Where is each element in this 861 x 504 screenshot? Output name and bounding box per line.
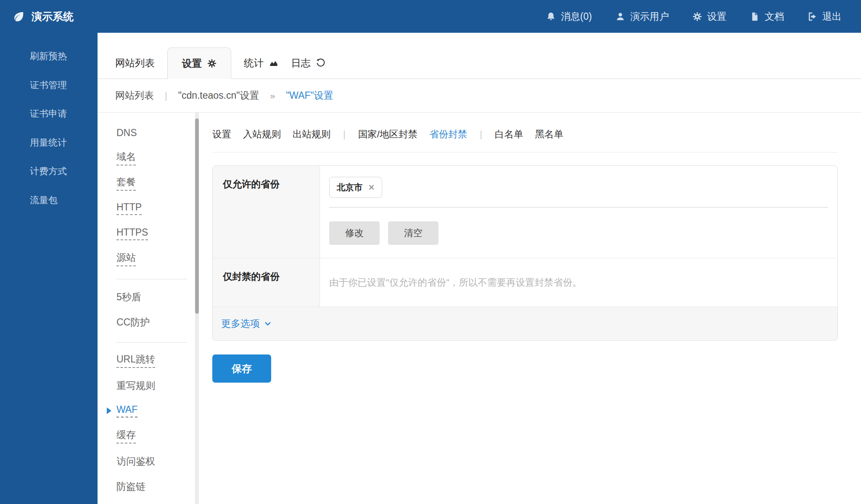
site-settings-subnav: DNS域名套餐HTTPHTTPS源站5秒盾CC防护URL跳转重写规则WAF缓存访… [98,113,195,504]
subtab-outbound-rules[interactable]: 出站规则 [293,128,330,141]
brand-label: 演示系统 [32,10,74,24]
tab-label: 日志 [291,56,311,70]
banned-provinces-placeholder: 由于你已设置"仅允许的省份"，所以不需要再设置封禁省份。 [329,276,582,289]
waf-panel: 设置入站规则出站规则|国家/地区封禁省份封禁|白名单黑名单 仅允许的省份 北京市… [199,113,861,504]
tag-close-icon[interactable]: × [369,182,375,192]
subnav-item-label: DNS [116,127,137,139]
breadcrumb-site-settings[interactable]: "cdn.teaos.cn"设置 [178,89,259,102]
subtab-separator: | [342,129,346,140]
gear-icon [207,59,217,68]
subnav-item-dns[interactable]: DNS [116,120,195,145]
allowed-provinces-label: 仅允许的省份 [213,166,320,258]
topbar-menu: 消息(0)演示用户设置文档退出 [546,10,842,23]
subnav-item-label: 源站 [116,251,136,266]
sidebar-item-label: 计费方式 [30,165,67,178]
chart-area-icon [269,58,278,68]
subnav-item-cc-protect[interactable]: CC防护 [116,310,195,335]
subnav-scrollbar[interactable] [195,113,199,504]
subnav-item-label: 访问鉴权 [116,455,155,468]
breadcrumb-site-list[interactable]: 网站列表 [115,89,154,102]
tab-stats[interactable]: 统计 [244,47,278,79]
topbar-item-label: 演示用户 [630,10,669,23]
topbar-item-messages[interactable]: 消息(0) [546,10,592,23]
subnav-item-url-redirect[interactable]: URL跳转 [116,348,195,373]
sidebar-item-label: 流量包 [30,194,58,207]
sidebar: 概览CDN加速刷新预热证书管理证书申请用量统计计费方式流量包负载均衡WAF安全D… [0,33,98,504]
sidebar-item-cert-manage[interactable]: 证书管理 [0,71,98,100]
subnav-item-plan[interactable]: 套餐 [116,171,195,196]
gear-icon [692,12,702,21]
tab-label: 网站列表 [115,56,155,70]
subtab-country-block[interactable]: 国家/地区封禁 [358,128,417,141]
banned-provinces-cell: 由于你已设置"仅允许的省份"，所以不需要再设置封禁省份。 [320,258,837,307]
topbar-item-label: 设置 [707,10,726,23]
modify-button[interactable]: 修改 [329,221,380,245]
province-tags: 北京市× [329,177,828,198]
subnav-item-cache[interactable]: 缓存 [116,423,195,449]
signout-icon [808,12,817,21]
sidebar-item-usage-stats[interactable]: 用量统计 [0,129,98,158]
scrollbar-thumb[interactable] [195,118,199,314]
subnav-item-label: 防盗链 [116,480,145,493]
more-options-link[interactable]: 更多选项 [221,317,272,330]
subnav-item-origin[interactable]: 源站 [116,246,195,271]
more-options-label: 更多选项 [221,317,260,330]
subtab-settings[interactable]: 设置 [212,128,231,141]
content-row: DNS域名套餐HTTPHTTPS源站5秒盾CC防护URL跳转重写规则WAF缓存访… [98,113,861,504]
subtab-separator: | [479,129,483,140]
subtab-inbound-rules[interactable]: 入站规则 [243,128,281,141]
sidebar-item-traffic-package[interactable]: 流量包 [0,186,98,215]
banned-provinces-label: 仅封禁的省份 [213,258,320,307]
breadcrumb-arrow: » [270,91,275,101]
save-button[interactable]: 保存 [212,354,271,383]
province-input-underline[interactable] [329,207,828,207]
province-tag[interactable]: 北京市× [329,177,382,198]
subnav-item-anti-leech[interactable]: 防盗链 [116,474,195,499]
subnav-item-domain[interactable]: 域名 [116,145,195,171]
brand[interactable]: 演示系统 [13,10,74,24]
more-options-row: 更多选项 [213,307,837,340]
subnav-item-label: 域名 [116,150,136,165]
subtab-province-block[interactable]: 省份封禁 [429,128,467,141]
province-tag-label: 北京市 [337,181,363,193]
subnav-divider [116,279,187,279]
subnav-item-waf[interactable]: WAF [116,398,195,423]
subnav-item-https[interactable]: HTTPS [116,221,195,246]
tab-label: 统计 [244,56,264,70]
history-icon [316,58,325,68]
tab-settings[interactable]: 设置 [167,47,231,79]
subtab-whitelist[interactable]: 白名单 [495,128,523,141]
clear-button[interactable]: 清空 [388,221,438,245]
subnav-item-access-auth[interactable]: 访问鉴权 [116,449,195,474]
subnav-item-label: 缓存 [116,428,136,444]
sidebar-item-cert-apply[interactable]: 证书申请 [0,100,98,129]
subnav-item-label: CC防护 [116,316,150,329]
subnav-item-five-sec-shield[interactable]: 5秒盾 [116,284,195,310]
waf-subtabs: 设置入站规则出站规则|国家/地区封禁省份封禁|白名单黑名单 [212,113,838,152]
tab-site-list[interactable]: 网站列表 [115,47,155,79]
subnav-item-label: 套餐 [116,176,136,191]
topbar-item-user[interactable]: 演示用户 [615,10,669,23]
subnav-item-label: HTTP [116,202,142,215]
subnav-item-label: WAF [116,404,137,417]
tab-label: 设置 [182,57,202,70]
tab-logs[interactable]: 日志 [291,47,325,79]
chevron-down-icon [264,320,272,328]
province-buttons: 修改 清空 [329,221,828,245]
file-icon [750,12,760,21]
subnav-item-http[interactable]: HTTP [116,196,195,221]
topbar: 演示系统 消息(0)演示用户设置文档退出 [0,0,861,33]
topbar-item-docs[interactable]: 文档 [750,10,784,23]
tabs-row: 网站列表设置统计日志 [98,33,861,79]
sidebar-item-billing-mode[interactable]: 计费方式 [0,157,98,186]
topbar-item-logout[interactable]: 退出 [808,10,842,23]
breadcrumb-separator: | [165,90,167,101]
sidebar-item-label: 用量统计 [30,136,67,149]
subtab-blacklist[interactable]: 黑名单 [535,128,563,141]
sidebar-item-refresh-prewarm[interactable]: 刷新预热 [0,42,98,71]
bell-icon [546,12,556,21]
topbar-item-label: 消息(0) [561,10,592,23]
subnav-item-rewrite-rules[interactable]: 重写规则 [116,373,195,398]
subnav-item-label: 5秒盾 [116,291,141,304]
topbar-item-settings[interactable]: 设置 [692,10,726,23]
